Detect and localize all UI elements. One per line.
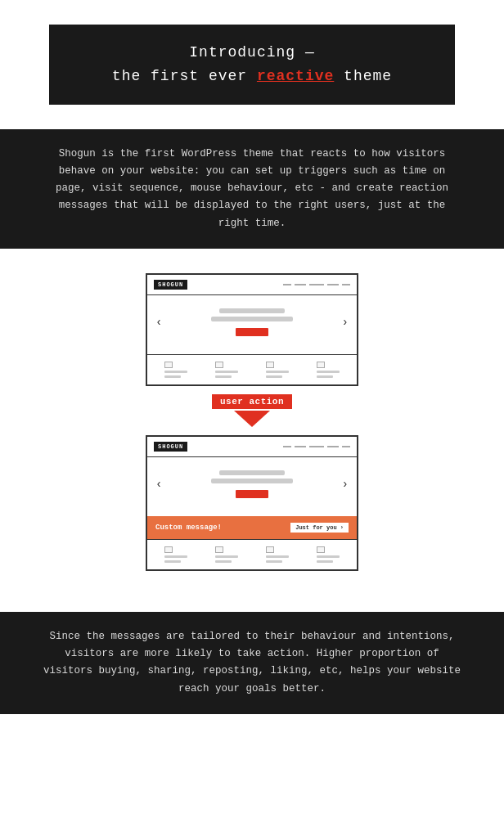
content-line <box>219 470 285 475</box>
description-text: Shogun is the first WordPress theme that… <box>41 146 463 232</box>
mockup-1-footer <box>147 354 357 384</box>
card-icon <box>215 362 223 368</box>
card-icon <box>317 546 325 553</box>
mockup-1-nav <box>283 284 350 285</box>
mockup-2-nav <box>283 446 350 447</box>
card-icon <box>266 546 274 553</box>
footer-card <box>266 546 289 563</box>
footer-section: Since the messages are tailored to their… <box>0 612 504 714</box>
card-line <box>215 560 232 563</box>
slider-2: ‹ › <box>155 470 349 498</box>
nav-line <box>327 284 339 285</box>
card-line <box>164 560 181 563</box>
card-line <box>164 371 187 373</box>
card-line <box>164 375 181 378</box>
slider-left-arrow-2: ‹ <box>155 478 162 491</box>
header-title: Introducing — the first ever reactive th… <box>74 41 430 88</box>
card-line <box>215 375 232 378</box>
footer-card <box>317 546 340 563</box>
mockup-2-logo: SHOGUN <box>154 442 187 452</box>
card-line <box>317 560 333 563</box>
mockup-2-body: ‹ › <box>147 457 357 516</box>
slider-left-arrow: ‹ <box>155 316 162 329</box>
just-for-you-button[interactable]: Just for you › <box>290 523 349 533</box>
mockup-1-body: ‹ › <box>147 295 357 354</box>
card-icon <box>266 362 274 368</box>
card-icon <box>317 362 325 368</box>
nav-line <box>295 446 306 447</box>
nav-line <box>342 446 350 447</box>
footer-card <box>317 362 340 378</box>
nav-line <box>295 284 306 285</box>
slider-right-arrow-2: › <box>342 478 349 491</box>
card-line <box>215 371 238 373</box>
nav-line <box>342 284 350 285</box>
slider-content-2 <box>211 470 293 498</box>
mockup-1-logo: SHOGUN <box>154 280 187 290</box>
nav-line <box>283 446 291 447</box>
cta-button-placeholder <box>236 328 268 336</box>
mockup-2-header: SHOGUN <box>147 437 357 457</box>
description-section: Shogun is the first WordPress theme that… <box>0 129 504 249</box>
header-line2-before: the first ever <box>112 68 257 84</box>
content-line <box>219 308 285 313</box>
chevron-down-icon <box>234 411 270 427</box>
card-line <box>317 555 340 558</box>
mockup-2-footer <box>147 539 357 569</box>
slider-content <box>211 308 293 336</box>
footer-card <box>164 546 187 563</box>
user-action-section: user action <box>212 394 292 427</box>
header-banner: Introducing — the first ever reactive th… <box>49 25 455 105</box>
cta-button-placeholder-2 <box>236 490 268 498</box>
footer-text: Since the messages are tailored to their… <box>41 628 463 698</box>
middle-section: SHOGUN ‹ › <box>0 249 504 596</box>
content-line <box>211 479 293 483</box>
card-line <box>317 375 333 378</box>
card-icon <box>215 546 223 553</box>
custom-message-text: Custom message! <box>155 524 222 532</box>
nav-line <box>309 446 324 447</box>
card-icon <box>164 546 173 553</box>
card-line <box>266 560 282 563</box>
card-line <box>266 555 289 558</box>
card-line <box>215 555 238 558</box>
nav-line <box>309 284 324 285</box>
mockup-1: SHOGUN ‹ › <box>146 273 358 386</box>
header-line2-after: theme <box>334 68 392 84</box>
mockup-1-header: SHOGUN <box>147 275 357 295</box>
card-icon <box>164 362 173 368</box>
nav-line <box>283 284 291 285</box>
header-reactive-word: reactive <box>257 68 334 84</box>
footer-card <box>215 362 238 378</box>
slider: ‹ › <box>155 308 349 336</box>
card-line <box>317 371 340 373</box>
nav-line <box>327 446 339 447</box>
card-line <box>266 375 282 378</box>
custom-message-bar: Custom message! Just for you › <box>147 516 357 539</box>
header-line1: Introducing — <box>189 44 314 61</box>
mockup-2: SHOGUN ‹ › Custom message! <box>146 435 358 571</box>
footer-card <box>215 546 238 563</box>
footer-card <box>164 362 187 378</box>
card-line <box>164 555 187 558</box>
footer-card <box>266 362 289 378</box>
user-action-label: user action <box>212 394 292 409</box>
content-line <box>211 317 293 321</box>
slider-right-arrow: › <box>342 316 349 329</box>
card-line <box>266 371 289 373</box>
